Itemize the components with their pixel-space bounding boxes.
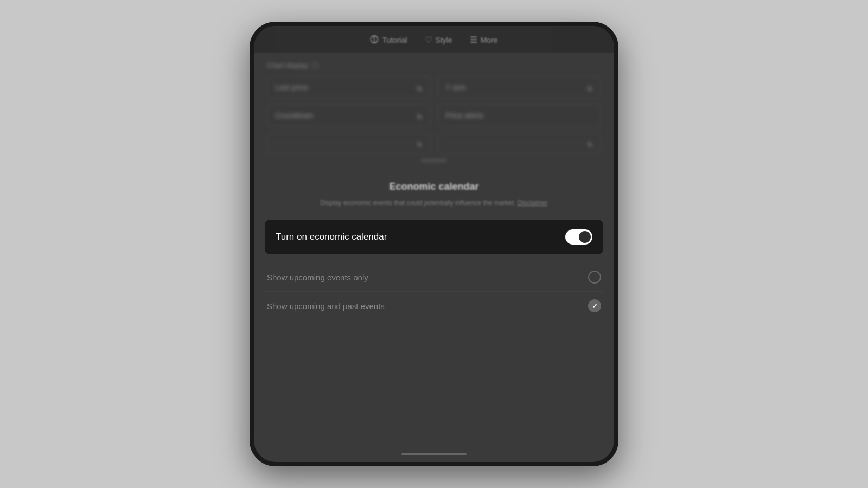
field-toggle-icon-6: ◣ xyxy=(588,139,593,147)
nav-tabs: ⓵ Tutorial ♡ Style ☰ More xyxy=(254,26,614,53)
field-y-axis[interactable]: Y axis ◣ xyxy=(437,76,601,99)
field-empty-2[interactable]: ◣ xyxy=(437,132,601,154)
field-row-1: Last price ◣ Y axis ◣ xyxy=(267,76,601,99)
radio-upcoming-only[interactable] xyxy=(588,271,601,284)
bottom-bar xyxy=(254,453,614,462)
economic-calendar-header: Economic calendar Display economic event… xyxy=(254,170,614,216)
field-toggle-icon-1: ◣ xyxy=(418,84,423,91)
option-upcoming-and-past[interactable]: Show upcoming and past events xyxy=(265,292,603,320)
tab-tutorial-label: Tutorial xyxy=(382,36,407,44)
tab-style-label: Style xyxy=(436,36,452,44)
toggle-section: Turn on economic calendar xyxy=(254,216,614,261)
home-indicator xyxy=(401,453,467,455)
field-toggle-icon-2: ◣ xyxy=(588,84,593,91)
phone-frame: ⓵ Tutorial ♡ Style ☰ More Chart display … xyxy=(250,22,618,466)
field-countdown[interactable]: Countdown ◣ xyxy=(267,104,431,127)
option-upcoming-and-past-label: Show upcoming and past events xyxy=(267,301,385,311)
toggle-knob xyxy=(579,231,591,243)
options-section: Show upcoming events only Show upcoming … xyxy=(254,261,614,322)
chart-display-section: Chart display i Last price ◣ Y axis ◣ Co… xyxy=(254,53,614,170)
info-icon: i xyxy=(311,62,319,69)
radio-upcoming-and-past[interactable] xyxy=(588,299,601,312)
field-price-alerts[interactable]: Price alerts xyxy=(437,104,601,127)
field-toggle-icon-5: ◣ xyxy=(418,139,423,147)
style-icon: ♡ xyxy=(425,35,432,45)
tab-more[interactable]: ☰ More xyxy=(470,35,498,45)
field-last-price[interactable]: Last price ◣ xyxy=(267,76,431,99)
economic-calendar-toggle[interactable] xyxy=(565,229,592,245)
economic-calendar-desc: Display economic events that could poten… xyxy=(267,198,601,208)
tab-style[interactable]: ♡ Style xyxy=(425,35,452,45)
toggle-row-label: Turn on economic calendar xyxy=(276,232,387,242)
field-empty-1[interactable]: ◣ xyxy=(267,132,431,154)
option-upcoming-only[interactable]: Show upcoming events only xyxy=(265,263,603,292)
field-toggle-icon-3: ◣ xyxy=(418,112,423,119)
economic-calendar-title: Economic calendar xyxy=(267,181,601,192)
chart-display-label: Chart display i xyxy=(267,61,601,69)
more-icon: ☰ xyxy=(470,35,477,45)
tutorial-icon: ⓵ xyxy=(370,35,379,45)
toggle-row-economic-calendar[interactable]: Turn on economic calendar xyxy=(265,220,603,254)
tab-more-label: More xyxy=(481,36,498,44)
option-upcoming-only-label: Show upcoming events only xyxy=(267,273,368,282)
drag-handle xyxy=(421,159,447,162)
phone-inner: ⓵ Tutorial ♡ Style ☰ More Chart display … xyxy=(254,26,614,462)
tab-tutorial[interactable]: ⓵ Tutorial xyxy=(370,35,407,45)
field-row-2: Countdown ◣ Price alerts xyxy=(267,104,601,127)
field-row-3: ◣ ◣ xyxy=(267,132,601,154)
